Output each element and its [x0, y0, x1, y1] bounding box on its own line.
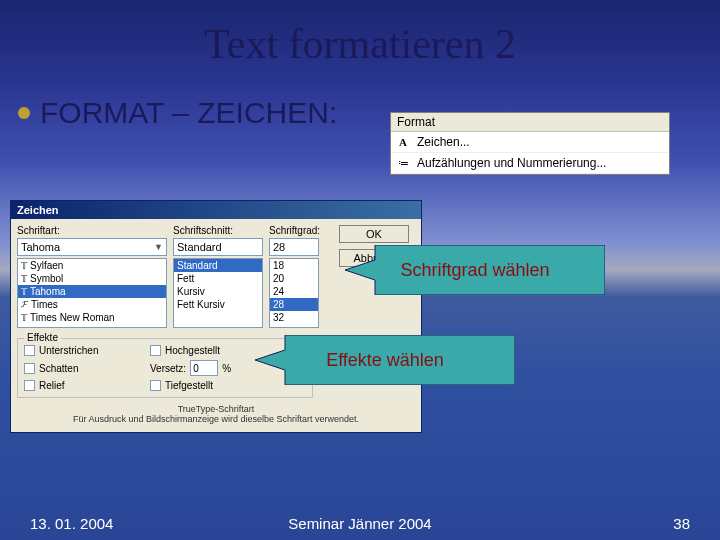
footer-center: Seminar Jänner 2004 — [0, 515, 720, 532]
cancel-button[interactable]: Abbrech — [339, 249, 409, 267]
unterstrichen-checkbox[interactable]: Unterstrichen — [24, 345, 144, 356]
list-item[interactable]: 𝕋Sylfaen — [18, 259, 166, 272]
size-list[interactable]: 18 20 24 28 32 — [269, 258, 319, 328]
slide-title: Text formatieren 2 — [0, 0, 720, 68]
list-item[interactable]: 28 — [270, 298, 318, 311]
ok-button[interactable]: OK — [339, 225, 409, 243]
list-item[interactable]: 𝓕Times — [18, 298, 166, 311]
truetype-icon: 𝕋 — [21, 313, 27, 323]
tiefgestellt-checkbox[interactable]: Tiefgestellt — [150, 380, 300, 391]
list-item[interactable]: Fett Kursiv — [174, 298, 262, 311]
format-menu-header: Format — [391, 113, 669, 132]
truetype-icon: 𝕋 — [21, 287, 27, 297]
bullet-text: FORMAT – ZEICHEN: — [40, 96, 337, 130]
list-item[interactable]: 𝕋Times New Roman — [18, 311, 166, 324]
list-item[interactable]: Standard — [174, 259, 262, 272]
dialog-titlebar: Zeichen — [11, 201, 421, 219]
list-item[interactable]: 24 — [270, 285, 318, 298]
list-icon: ≔ — [395, 155, 411, 171]
list-item[interactable]: 32 — [270, 311, 318, 324]
list-item[interactable]: Fett — [174, 272, 262, 285]
style-list[interactable]: Standard Fett Kursiv Fett Kursiv — [173, 258, 263, 328]
truetype-icon: 𝕋 — [21, 274, 27, 284]
bullet-icon — [18, 107, 30, 119]
schriftgrad-input[interactable]: 28 — [269, 238, 319, 256]
checkbox-icon — [150, 380, 161, 391]
schriftgrad-label: Schriftgrad: — [269, 225, 319, 236]
schriftschnitt-label: Schriftschnitt: — [173, 225, 263, 236]
truetype-icon: 𝕋 — [21, 261, 27, 271]
checkbox-icon — [24, 380, 35, 391]
checkbox-icon — [24, 345, 35, 356]
relief-checkbox[interactable]: Relief — [24, 380, 144, 391]
zeichen-dialog: Zeichen Schriftart: Tahoma▼ 𝕋Sylfaen 𝕋Sy… — [10, 200, 422, 433]
checkbox-icon — [150, 345, 161, 356]
zeichen-icon: A — [395, 134, 411, 150]
list-item[interactable]: 20 — [270, 272, 318, 285]
effects-group-title: Effekte — [24, 332, 61, 343]
sample-box — [340, 360, 380, 376]
checkbox-icon — [24, 363, 35, 374]
font-list[interactable]: 𝕋Sylfaen 𝕋Symbol 𝕋Tahoma 𝓕Times 𝕋Times N… — [17, 258, 167, 328]
list-item[interactable]: 𝕋Tahoma — [18, 285, 166, 298]
list-item[interactable]: 𝕋Symbol — [18, 272, 166, 285]
hochgestellt-checkbox[interactable]: Hochgestellt — [150, 345, 300, 356]
chevron-down-icon: ▼ — [386, 339, 395, 349]
dialog-footnote: TrueType-Schriftart Für Ausdruck und Bil… — [17, 398, 415, 426]
farbe-label: Farbe: — [323, 339, 352, 350]
list-item[interactable]: 18 — [270, 259, 318, 272]
truetype-icon: 𝓕 — [21, 299, 28, 310]
schatten-checkbox[interactable]: Schatten — [24, 360, 144, 376]
menu-item-label: Zeichen... — [417, 135, 470, 149]
list-item[interactable]: Kursiv — [174, 285, 262, 298]
color-swatch[interactable]: ▼ — [358, 336, 398, 352]
chevron-down-icon: ▼ — [154, 242, 163, 252]
schriftschnitt-input[interactable]: Standard — [173, 238, 263, 256]
versetz-label: Versetz: — [150, 363, 186, 374]
versetz-row: Versetz: 0 % — [150, 360, 300, 376]
menu-item-label: Aufzählungen und Nummerierung... — [417, 156, 606, 170]
page-number: 38 — [673, 515, 690, 532]
versetz-input[interactable]: 0 — [190, 360, 218, 376]
versetz-unit: % — [222, 363, 231, 374]
schriftart-label: Schriftart: — [17, 225, 167, 236]
checkbox-icon[interactable] — [323, 363, 334, 374]
menu-item-aufzaehlungen[interactable]: ≔ Aufzählungen und Nummerierung... — [391, 153, 669, 174]
format-menu-screenshot: Format A Zeichen... ≔ Aufzählungen und N… — [390, 112, 670, 175]
menu-item-zeichen[interactable]: A Zeichen... — [391, 132, 669, 153]
schriftart-input[interactable]: Tahoma▼ — [17, 238, 167, 256]
